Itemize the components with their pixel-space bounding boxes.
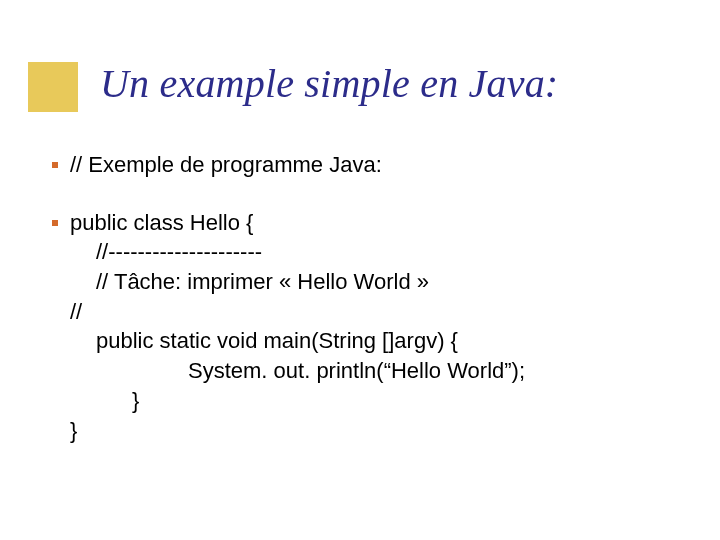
slide-body: // Exemple de programme Java: public cla… xyxy=(70,150,525,445)
slide-title: Un example simple en Java: xyxy=(100,60,558,107)
title-accent-box xyxy=(28,62,78,112)
code-line: // Exemple de programme Java: xyxy=(70,150,525,180)
code-line: //--------------------- xyxy=(70,237,525,267)
slide: Un example simple en Java: // Exemple de… xyxy=(0,0,720,540)
code-line: public class Hello { xyxy=(70,208,525,238)
code-line: System. out. println(“Hello World”); xyxy=(70,356,525,386)
code-line: } xyxy=(70,416,525,446)
code-line: // Tâche: imprimer « Hello World » xyxy=(70,267,525,297)
code-line: } xyxy=(70,386,525,416)
code-line: // xyxy=(70,297,525,327)
code-line: public static void main(String []argv) { xyxy=(70,326,525,356)
blank-line xyxy=(70,180,525,208)
